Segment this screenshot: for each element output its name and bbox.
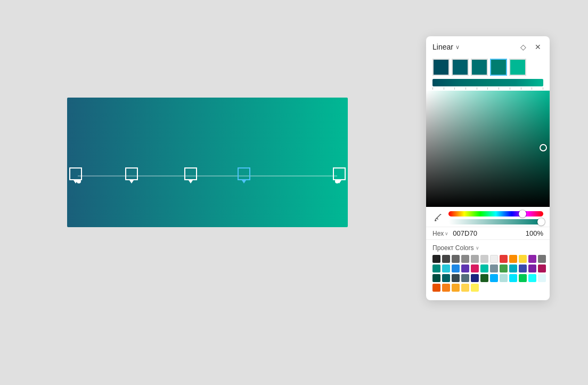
- color-swatch[interactable]: [442, 264, 450, 272]
- eyedropper-button[interactable]: [432, 212, 444, 224]
- color-swatch[interactable]: [461, 264, 469, 272]
- stop-handle-5[interactable]: [333, 167, 346, 180]
- color-swatch[interactable]: [528, 264, 536, 272]
- color-swatch[interactable]: [432, 274, 440, 282]
- stop-swatch-1[interactable]: [432, 59, 450, 76]
- color-swatch[interactable]: [452, 255, 460, 263]
- project-colors-chevron-icon: ∨: [476, 245, 479, 251]
- stop-swatch-4[interactable]: [490, 59, 507, 76]
- color-swatch[interactable]: [490, 274, 498, 282]
- stop-handle-1[interactable]: [69, 167, 82, 180]
- color-swatch[interactable]: [461, 284, 469, 292]
- color-swatch[interactable]: [519, 264, 527, 272]
- color-swatch[interactable]: [442, 274, 450, 282]
- stop-swatch-5[interactable]: [509, 59, 526, 76]
- color-swatch[interactable]: [519, 274, 527, 282]
- color-dark-layer: [426, 91, 550, 207]
- hex-chevron-icon: ∨: [445, 231, 448, 236]
- color-swatch[interactable]: [528, 274, 536, 282]
- color-swatch[interactable]: [500, 264, 508, 272]
- panel-title-group[interactable]: Linear ∨: [432, 43, 460, 51]
- sliders-section: [426, 207, 550, 227]
- color-swatch[interactable]: [480, 264, 488, 272]
- color-swatch[interactable]: [452, 274, 460, 282]
- color-swatch[interactable]: [480, 274, 488, 282]
- panel-header: Linear ∨ ◇ ✕: [426, 36, 550, 57]
- reset-button[interactable]: ◇: [518, 42, 528, 52]
- color-swatch[interactable]: [509, 274, 517, 282]
- color-swatch[interactable]: [461, 274, 469, 282]
- project-colors-section: Проект Colors ∨: [426, 240, 550, 294]
- hex-label: Hex: [432, 230, 444, 237]
- color-swatch[interactable]: [461, 255, 469, 263]
- stop-swatch-2[interactable]: [452, 59, 469, 76]
- color-swatch[interactable]: [471, 274, 479, 282]
- color-swatch[interactable]: [471, 255, 479, 263]
- color-swatch[interactable]: [480, 255, 488, 263]
- canvas-preview: [67, 98, 348, 227]
- panel-title: Linear: [432, 43, 453, 51]
- stop-handle-2[interactable]: [125, 167, 138, 180]
- gradient-preview-bar[interactable]: [432, 79, 543, 86]
- hex-value[interactable]: 007D70: [453, 229, 521, 237]
- color-swatch[interactable]: [509, 255, 517, 263]
- color-swatch[interactable]: [519, 255, 527, 263]
- color-swatch[interactable]: [471, 264, 479, 272]
- stop-swatches: [432, 59, 543, 76]
- gradient-stops-section: [426, 57, 550, 91]
- project-colors-header: Проект Colors ∨: [432, 244, 543, 252]
- panel-header-icons: ◇ ✕: [518, 42, 543, 52]
- hue-slider-thumb: [519, 210, 526, 218]
- hex-label-group[interactable]: Hex ∨: [432, 230, 448, 237]
- color-swatch[interactable]: [490, 264, 498, 272]
- close-button[interactable]: ✕: [533, 42, 543, 52]
- stop-handle-4[interactable]: [238, 167, 250, 180]
- color-swatch[interactable]: [538, 264, 546, 272]
- color-swatch[interactable]: [500, 274, 508, 282]
- alpha-slider-thumb: [537, 218, 545, 226]
- close-icon: ✕: [535, 43, 541, 51]
- sliders-stack: [448, 211, 543, 224]
- project-colors-title: Проект Colors: [432, 244, 474, 252]
- color-swatch[interactable]: [490, 255, 498, 263]
- color-swatch[interactable]: [432, 284, 440, 292]
- color-picker-area[interactable]: [426, 91, 550, 207]
- color-swatch[interactable]: [442, 284, 450, 292]
- tick-marks: [432, 86, 543, 91]
- color-swatch[interactable]: [528, 255, 536, 263]
- gradient-line: [78, 175, 337, 176]
- stop-handle-3[interactable]: [184, 167, 197, 180]
- color-swatch[interactable]: [538, 274, 546, 282]
- color-swatch[interactable]: [471, 284, 479, 292]
- color-swatch[interactable]: [452, 284, 460, 292]
- reset-icon: ◇: [520, 43, 526, 51]
- alpha-slider[interactable]: [448, 219, 543, 224]
- color-swatch[interactable]: [538, 255, 546, 263]
- opacity-value[interactable]: 100%: [526, 229, 543, 237]
- project-colors-title-group[interactable]: Проект Colors ∨: [432, 244, 479, 252]
- eyedropper-icon: [434, 214, 443, 222]
- color-swatch[interactable]: [442, 255, 450, 263]
- color-picker-panel: Linear ∨ ◇ ✕: [426, 36, 550, 300]
- color-swatch[interactable]: [500, 255, 508, 263]
- color-swatch[interactable]: [432, 264, 440, 272]
- hex-row: Hex ∨ 007D70 100%: [426, 227, 550, 239]
- hue-slider[interactable]: [448, 211, 543, 216]
- color-grid: [432, 255, 543, 292]
- panel-title-chevron: ∨: [455, 44, 460, 51]
- color-picker-cursor: [540, 144, 547, 151]
- color-swatch[interactable]: [452, 264, 460, 272]
- stop-swatch-3[interactable]: [471, 59, 488, 76]
- color-swatch[interactable]: [509, 264, 517, 272]
- color-swatch[interactable]: [432, 255, 440, 263]
